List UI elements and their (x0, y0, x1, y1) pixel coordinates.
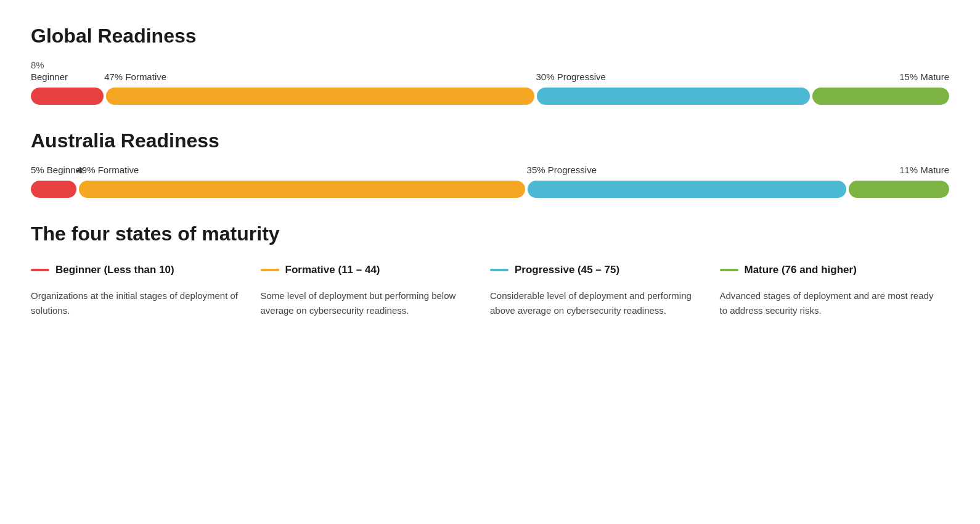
global-formative-label: 47% Formative (104, 72, 166, 82)
progressive-description: Considerable level of deployment and per… (490, 289, 720, 318)
global-mature-bar (812, 88, 949, 105)
aus-mature-label: 11% Mature (899, 165, 949, 175)
aus-progressive-label: 35% Progressive (527, 165, 597, 175)
aus-beginner-bar (31, 181, 76, 198)
formative-legend-label: Formative (11 – 44) (285, 264, 380, 276)
legend-mature: Mature (76 and higher) (720, 264, 950, 276)
aus-mature-bar (849, 181, 949, 198)
legend-progressive: Progressive (45 – 75) (490, 264, 720, 276)
legend-row: Beginner (Less than 10) Formative (11 – … (31, 264, 949, 276)
global-readiness-section: Global Readiness 8% Beginner 47% Formati… (31, 25, 949, 105)
beginner-legend-line (31, 269, 49, 271)
formative-description: Some level of deployment but performing … (261, 289, 491, 318)
aus-formative-bar (79, 181, 525, 198)
four-states-section: The four states of maturity Beginner (Le… (31, 223, 949, 318)
aus-formative-label: 49% Formative (77, 165, 139, 175)
global-progressive-label: 30% Progressive (536, 72, 606, 82)
legend-formative: Formative (11 – 44) (261, 264, 491, 276)
global-beginner-label: Beginner (31, 72, 68, 82)
global-formative-bar (106, 88, 534, 105)
beginner-legend-label: Beginner (Less than 10) (55, 264, 174, 276)
beginner-description: Organizations at the initial stages of d… (31, 289, 261, 318)
progressive-legend-line (490, 269, 508, 271)
mature-legend-label: Mature (76 and higher) (745, 264, 857, 276)
mature-legend-line (720, 269, 738, 271)
four-states-title: The four states of maturity (31, 223, 949, 245)
descriptions-row: Organizations at the initial stages of d… (31, 289, 949, 318)
australia-readiness-bar (31, 181, 949, 198)
aus-progressive-bar (528, 181, 846, 198)
global-beginner-percent-above: 8% (31, 60, 949, 70)
progressive-legend-label: Progressive (45 – 75) (515, 264, 619, 276)
global-readiness-title: Global Readiness (31, 25, 949, 47)
formative-legend-line (261, 269, 279, 271)
australia-readiness-title: Australia Readiness (31, 129, 949, 152)
global-mature-label: 15% Mature (899, 72, 949, 82)
global-readiness-bar (31, 88, 949, 105)
mature-description: Advanced stages of deployment and are mo… (720, 289, 950, 318)
legend-beginner: Beginner (Less than 10) (31, 264, 261, 276)
global-progressive-bar (537, 88, 810, 105)
aus-beginner-label: 5% Beginner (31, 165, 84, 175)
australia-readiness-section: Australia Readiness 5% Beginner 49% Form… (31, 129, 949, 198)
global-beginner-bar (31, 88, 104, 105)
